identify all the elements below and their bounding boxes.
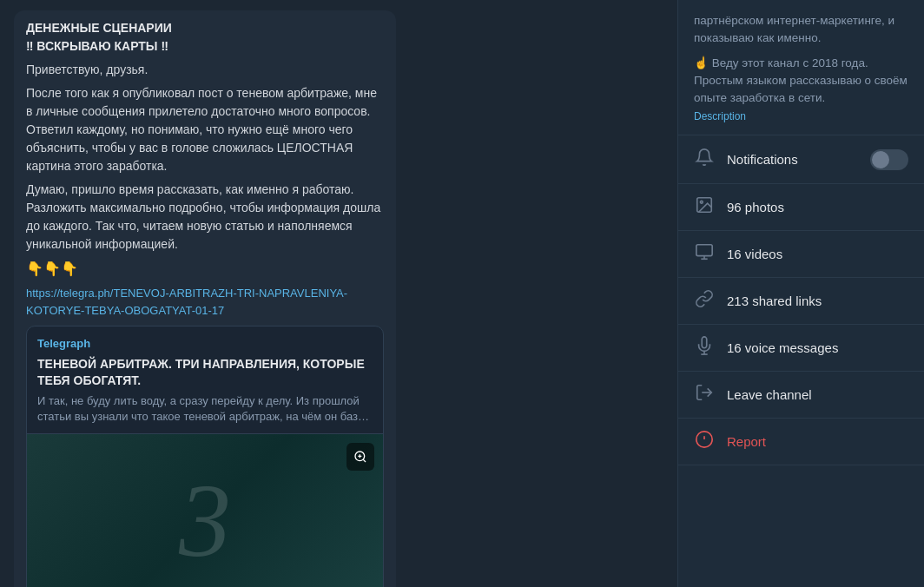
message-container: ДЕНЕЖНЫЕ СЦЕНАРИИ‼ ВСКРЫВАЮ КАРТЫ ‼ Прив… <box>14 10 396 587</box>
links-icon <box>694 289 715 313</box>
videos-label: 16 videos <box>727 247 782 261</box>
telegraph-image: 3 <box>27 434 383 587</box>
notifications-label: Notifications <box>727 152 858 167</box>
message-header: ДЕНЕЖНЫЕ СЦЕНАРИИ‼ ВСКРЫВАЮ КАРТЫ ‼ <box>26 19 384 56</box>
leave-channel-label: Leave channel <box>727 387 812 402</box>
voice-messages-row[interactable]: 16 voice messages <box>678 325 924 372</box>
videos-row[interactable]: 16 videos <box>678 231 924 278</box>
shared-links-row[interactable]: 213 shared links <box>678 278 924 325</box>
toggle-knob <box>872 151 889 168</box>
sidebar-description: партнёрском интернет-маркетинге, и показ… <box>678 0 924 135</box>
zoom-button[interactable] <box>346 443 374 471</box>
notifications-toggle[interactable] <box>870 149 908 170</box>
message-text-1: Приветствую, друзья. <box>26 61 384 79</box>
notifications-row: Notifications <box>678 135 924 184</box>
telegraph-title: ТЕНЕВОЙ АРБИТРАЖ. ТРИ НАПРАВЛЕНИЯ, КОТОР… <box>37 356 373 390</box>
voice-messages-label: 16 voice messages <box>727 340 838 355</box>
message-bubble: ДЕНЕЖНЫЕ СЦЕНАРИИ‼ ВСКРЫВАЮ КАРТЫ ‼ Прив… <box>14 10 396 587</box>
desc-label: Description <box>694 110 908 122</box>
svg-rect-6 <box>696 245 712 256</box>
shared-links-label: 213 shared links <box>727 294 822 308</box>
videos-icon <box>694 242 715 266</box>
message-link[interactable]: https://telegra.ph/TENEVOJ-ARBITRAZH-TRI… <box>26 285 384 319</box>
message-emojis: 👇👇👇 <box>26 259 384 280</box>
telegraph-number: 3 <box>179 443 231 587</box>
telegraph-excerpt: И так, не буду лить воду, а сразу перейд… <box>37 393 373 425</box>
telegraph-header: Telegraph ТЕНЕВОЙ АРБИТРАЖ. ТРИ НАПРАВЛЕ… <box>27 326 383 434</box>
telegraph-card[interactable]: Telegraph ТЕНЕВОЙ АРБИТРАЖ. ТРИ НАПРАВЛЕ… <box>26 326 384 587</box>
telegraph-source: Telegraph <box>37 335 373 353</box>
svg-point-5 <box>700 201 703 204</box>
report-row[interactable]: Report <box>678 419 924 465</box>
message-text-2: После того как я опубликовал пост о тене… <box>26 84 384 175</box>
leave-icon <box>694 383 715 406</box>
svg-line-1 <box>363 459 366 462</box>
leave-channel-row[interactable]: Leave channel <box>678 372 924 419</box>
bell-icon <box>694 148 715 171</box>
message-text-3: Думаю, пришло время рассказать, как имен… <box>26 181 384 254</box>
voice-icon <box>694 336 715 359</box>
report-label: Report <box>727 434 766 449</box>
photos-row[interactable]: 96 photos <box>678 184 924 231</box>
desc-text-2: ☝️ Веду этот канал с 2018 года. Простым … <box>694 55 908 108</box>
photos-icon <box>694 195 715 219</box>
photos-label: 96 photos <box>727 200 784 214</box>
sidebar: партнёрском интернет-маркетинге, и показ… <box>677 0 924 587</box>
chat-panel[interactable]: ДЕНЕЖНЫЕ СЦЕНАРИИ‼ ВСКРЫВАЮ КАРТЫ ‼ Прив… <box>0 0 677 587</box>
desc-text-1: партнёрском интернет-маркетинге, и показ… <box>694 12 908 48</box>
report-icon <box>694 430 715 453</box>
